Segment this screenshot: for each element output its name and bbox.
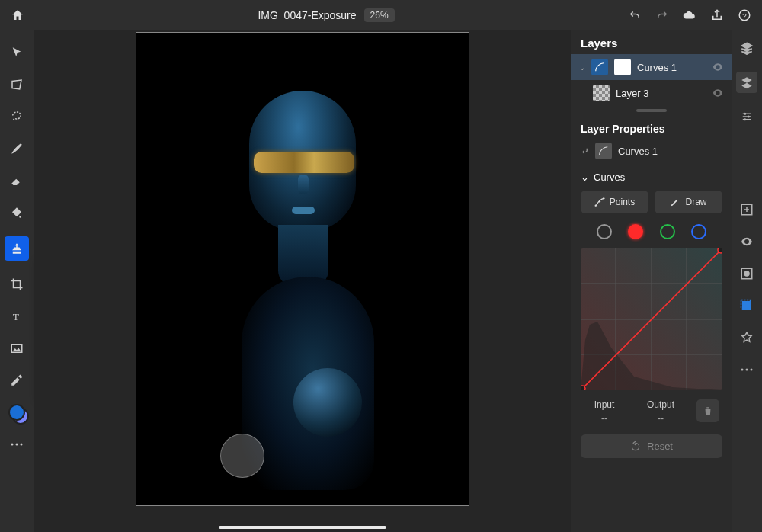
adjustments-dock-icon[interactable]	[736, 72, 757, 93]
adjustment-type-icon	[595, 143, 612, 159]
home-icon[interactable]	[11, 8, 24, 22]
layer-properties-row: ⤶ Curves 1	[572, 139, 732, 167]
layer-row[interactable]: Layer 3	[572, 80, 732, 106]
collapse-icon[interactable]: ⤶	[581, 146, 589, 157]
cloud-icon[interactable]	[683, 8, 696, 22]
chevron-down-icon: ⌄	[581, 171, 589, 183]
lasso-tool-icon[interactable]	[8, 108, 25, 125]
input-value: --	[584, 413, 625, 424]
document-title: IMG_0047-Exposure	[258, 9, 356, 21]
curve-point-shadow[interactable]	[581, 386, 585, 390]
right-panel: Layers ⌄ Curves 1 Layer 3 Layer Properti…	[572, 30, 732, 532]
svg-point-30	[751, 369, 753, 371]
delete-point-button[interactable]	[696, 399, 719, 422]
adjustment-name: Curves 1	[618, 146, 658, 157]
visibility-icon[interactable]	[712, 61, 724, 73]
brush-cursor	[220, 434, 264, 478]
right-dock	[732, 30, 762, 532]
curves-points-button[interactable]: Points	[581, 191, 648, 213]
canvas[interactable]	[136, 32, 469, 506]
brush-tool-icon[interactable]	[8, 140, 25, 157]
color-well[interactable]	[8, 404, 25, 421]
output-value: --	[640, 413, 681, 424]
channel-master[interactable]	[597, 224, 612, 239]
svg-point-4	[11, 444, 14, 446]
crop-tool-icon[interactable]	[8, 276, 25, 293]
layers-panel-title: Layers	[572, 30, 732, 54]
clone-stamp-tool-icon[interactable]	[5, 236, 29, 261]
zoom-badge[interactable]: 26%	[364, 8, 395, 22]
help-icon[interactable]: ?	[738, 8, 751, 22]
layer-thumb-transparent	[593, 85, 610, 101]
layers-dock-icon[interactable]	[738, 40, 755, 56]
layer-thumb-adjustment-icon	[591, 59, 608, 75]
svg-point-5	[16, 444, 18, 446]
share-icon[interactable]	[710, 8, 724, 22]
undo-icon[interactable]	[628, 8, 642, 22]
image-content	[181, 63, 424, 490]
eraser-tool-icon[interactable]	[8, 172, 25, 189]
curves-graph[interactable]	[581, 248, 722, 390]
visibility-dock-icon[interactable]	[738, 233, 755, 250]
curve-point-highlight[interactable]	[718, 248, 722, 253]
home-indicator	[219, 526, 386, 529]
layer-name: Curves 1	[637, 62, 706, 73]
svg-point-29	[746, 369, 748, 371]
curves-draw-button[interactable]: Draw	[655, 191, 722, 213]
add-dock-icon[interactable]	[738, 201, 755, 218]
visibility-icon[interactable]	[712, 87, 724, 99]
channel-selector	[572, 216, 732, 244]
output-label: Output	[640, 399, 681, 410]
svg-point-12	[599, 200, 600, 202]
svg-point-25	[744, 271, 750, 277]
svg-text:?: ?	[742, 11, 747, 20]
layer-row-curves[interactable]: ⌄ Curves 1	[572, 54, 732, 80]
place-image-tool-icon[interactable]	[8, 340, 25, 357]
reset-button[interactable]: Reset	[581, 434, 722, 458]
canvas-area[interactable]	[34, 30, 572, 532]
svg-point-28	[741, 369, 744, 371]
selection-dock-icon[interactable]	[738, 297, 755, 314]
eyedropper-tool-icon[interactable]	[8, 372, 25, 389]
top-bar: IMG_0047-Exposure 26% ?	[0, 0, 762, 30]
channel-blue[interactable]	[691, 224, 706, 239]
text-tool-icon[interactable]: T	[8, 308, 25, 325]
fill-tool-icon[interactable]	[8, 204, 25, 221]
curves-section-header[interactable]: ⌄Curves	[572, 167, 732, 187]
effects-dock-icon[interactable]	[738, 329, 755, 346]
layer-properties-title: Layer Properties	[572, 115, 732, 139]
transform-tool-icon[interactable]	[8, 76, 25, 93]
svg-point-6	[21, 444, 23, 446]
svg-point-22	[744, 118, 746, 120]
more-tools-icon[interactable]	[8, 436, 25, 453]
left-toolbar: T	[0, 30, 34, 532]
svg-point-21	[748, 116, 750, 118]
more-dock-icon[interactable]	[738, 361, 755, 378]
layer-mask-thumb[interactable]	[614, 59, 631, 75]
svg-text:T: T	[13, 311, 19, 322]
channel-red[interactable]	[628, 224, 643, 239]
redo-icon[interactable]	[655, 8, 669, 22]
properties-dock-icon[interactable]	[738, 108, 755, 125]
svg-point-20	[744, 113, 746, 115]
input-label: Input	[584, 399, 625, 410]
panel-resize-handle[interactable]	[636, 109, 667, 112]
move-tool-icon[interactable]	[8, 44, 25, 61]
channel-green[interactable]	[660, 224, 675, 239]
svg-point-11	[594, 205, 596, 207]
mask-dock-icon[interactable]	[738, 265, 755, 282]
svg-point-13	[603, 197, 604, 199]
curves-io-row: Input-- Output--	[572, 395, 732, 427]
layer-name: Layer 3	[616, 88, 706, 99]
